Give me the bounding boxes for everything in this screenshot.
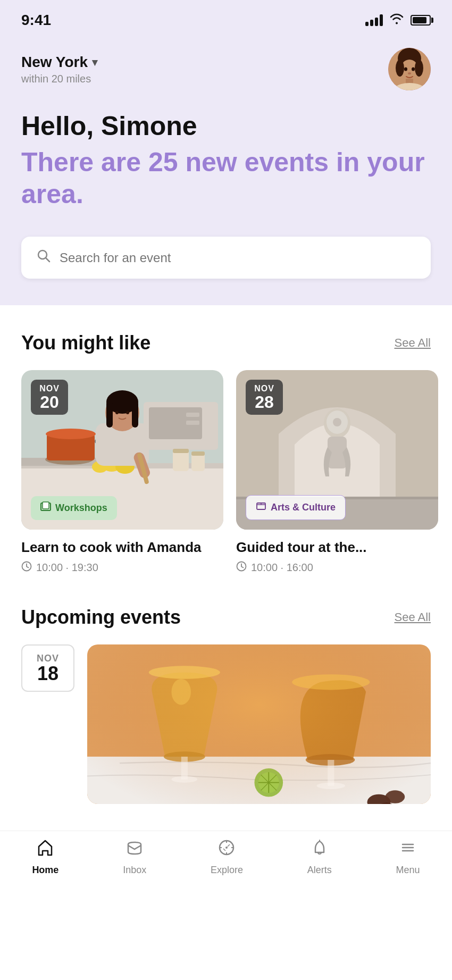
main-content: You might like See All [0,305,452,831]
status-time: 9:41 [21,12,51,29]
svg-point-32 [126,411,129,414]
you-might-like-section: You might like See All [0,332,452,574]
search-bar[interactable] [21,237,431,279]
bottom-nav: Home Inbox Explore [0,831,452,889]
svg-point-3 [396,60,404,77]
clock-icon-arts [236,561,247,574]
card-time-cooking: 10:00 · 19:30 [21,561,223,574]
see-all-upcoming[interactable]: See All [395,610,431,624]
date-day-arts: 28 [253,393,275,411]
status-bar: 9:41 [0,0,452,37]
upcoming-list: NOV 18 [0,644,452,804]
section-title-upcoming: Upcoming events [21,606,181,629]
workshops-label: Workshops [55,502,107,514]
nav-menu[interactable]: Menu [396,838,420,876]
svg-rect-40 [43,502,49,509]
alerts-icon [310,838,329,861]
svg-point-47 [333,418,341,426]
nav-menu-label: Menu [396,865,420,876]
date-badge-cooking: NOV 20 [31,380,68,415]
svg-rect-29 [106,401,113,428]
chevron-down-icon: ▾ [92,56,97,69]
workshops-icon [40,501,51,515]
svg-point-4 [415,60,423,77]
location-block[interactable]: New York ▾ within 20 miles [21,54,97,85]
search-icon [36,248,51,267]
menu-icon [398,838,417,861]
upcoming-day: 18 [28,664,68,683]
upcoming-item[interactable]: NOV 18 [21,644,431,804]
event-card-cooking[interactable]: NOV 20 Workshops Le [21,370,223,574]
signal-icon [365,14,383,26]
svg-rect-38 [191,451,205,456]
clock-icon [21,561,32,574]
svg-point-8 [412,68,415,71]
avatar[interactable] [388,48,431,90]
card-title-cooking: Learn to cook with Amanda [21,539,223,556]
category-badge-workshops: Workshops [31,496,117,520]
arts-label: Arts & Culture [271,502,336,513]
status-icons [365,13,431,28]
svg-point-21 [46,429,96,439]
nav-inbox-label: Inbox [123,865,146,876]
nav-inbox[interactable]: Inbox [123,838,146,876]
recommendations-scroll[interactable]: NOV 20 Workshops Le [0,370,452,574]
card-image-wrap-cooking: NOV 20 Workshops [21,370,223,530]
header: New York ▾ within 20 miles [0,37,452,106]
home-icon [36,838,55,861]
section-header-recommendations: You might like See All [0,332,452,354]
search-input[interactable] [60,250,416,265]
nav-explore[interactable]: Explore [211,838,243,876]
wifi-icon [389,13,404,28]
date-day-cooking: 20 [38,393,61,411]
arts-icon [256,501,266,514]
upcoming-events-section: Upcoming events See All NOV 18 [0,606,452,831]
svg-point-31 [115,411,119,414]
inbox-icon [125,838,144,861]
card-image-wrap-arts: NOV 28 Arts & Culture [236,370,438,530]
location-sub: within 20 miles [21,73,97,85]
nav-alerts-label: Alerts [307,865,332,876]
svg-rect-30 [132,401,138,428]
nav-home-label: Home [32,865,58,876]
nav-home[interactable]: Home [32,838,58,876]
section-title-recommendations: You might like [21,332,150,354]
section-header-upcoming: Upcoming events See All [0,606,452,629]
nav-alerts[interactable]: Alerts [307,838,332,876]
battery-icon [411,15,431,26]
svg-rect-17 [186,421,199,425]
hero-subtitle: There are 25 new events in your area. [21,146,431,210]
upcoming-date: NOV 18 [21,644,74,692]
svg-rect-16 [186,413,199,417]
see-all-recommendations[interactable]: See All [395,336,431,350]
explore-icon [217,838,236,861]
event-card-arts[interactable]: NOV 28 Arts & Culture [236,370,438,574]
upcoming-event-image [87,644,431,804]
svg-rect-36 [173,449,189,453]
card-title-arts: Guided tour at the... [236,539,438,556]
svg-point-74 [225,847,228,849]
hero-greeting: Hello, Simone [21,112,431,141]
search-section [0,237,452,305]
svg-point-9 [408,72,411,74]
card-time-arts: 10:00 · 16:00 [236,561,438,574]
date-badge-arts: NOV 28 [246,380,283,415]
svg-point-7 [404,68,407,71]
category-badge-arts: Arts & Culture [246,495,346,520]
hero-section: Hello, Simone There are 25 new events in… [0,106,452,237]
svg-rect-72 [87,644,431,804]
nav-explore-label: Explore [211,865,243,876]
location-name[interactable]: New York ▾ [21,54,97,71]
